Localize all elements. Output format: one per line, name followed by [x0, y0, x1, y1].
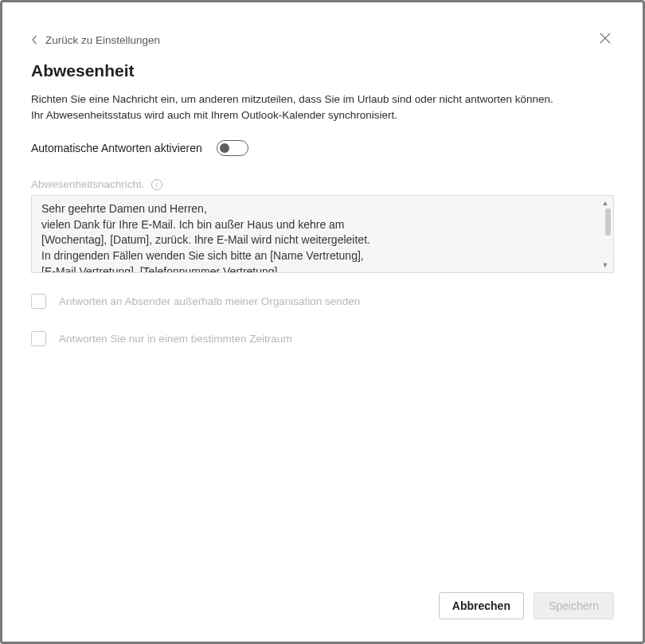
- auto-reply-toggle-row: Automatische Antworten aktivieren: [31, 140, 614, 156]
- top-row: Zurück zu Einstellungen: [31, 29, 614, 50]
- back-to-settings-link[interactable]: Zurück zu Einstellungen: [31, 34, 160, 46]
- time-period-checkbox-row: Antworten Sie nur in einem bestimmten Ze…: [31, 331, 614, 346]
- time-period-label: Antworten Sie nur in einem bestimmten Ze…: [59, 333, 292, 345]
- save-button[interactable]: Speichern: [534, 592, 614, 619]
- auto-reply-toggle-label: Automatische Antworten aktivieren: [31, 142, 202, 154]
- cancel-button[interactable]: Abbrechen: [439, 592, 524, 619]
- message-label: Abwesenheitsnachricht.: [31, 178, 145, 190]
- toggle-knob: [220, 143, 229, 153]
- spacer: [31, 369, 614, 592]
- cancel-label: Abbrechen: [452, 599, 510, 612]
- desc-line1: Richten Sie eine Nachricht ein, um ander…: [31, 93, 553, 105]
- away-message-content: Sehr geehrte Damen und Herren, vielen Da…: [32, 196, 613, 272]
- save-label: Speichern: [549, 599, 599, 612]
- close-button[interactable]: [596, 29, 614, 50]
- away-message-textarea[interactable]: Sehr geehrte Damen und Herren, vielen Da…: [31, 195, 614, 273]
- message-label-row: Abwesenheitsnachricht. i: [31, 178, 614, 190]
- desc-line2: Ihr Abwesenheitsstatus wird auch mit Ihr…: [31, 109, 397, 121]
- page-title: Abwesenheit: [31, 61, 614, 80]
- auto-reply-toggle[interactable]: [217, 140, 248, 156]
- button-row: Abbrechen Speichern: [31, 592, 614, 619]
- external-sender-checkbox-row: Antworten an Absender außerhalb meiner O…: [31, 294, 614, 309]
- close-icon: [600, 33, 611, 44]
- external-sender-checkbox[interactable]: [31, 294, 46, 309]
- time-period-checkbox[interactable]: [31, 331, 46, 346]
- page-description: Richten Sie eine Nachricht ein, um ander…: [31, 92, 614, 123]
- out-of-office-settings-modal: Zurück zu Einstellungen Abwesenheit Rich…: [0, 0, 645, 644]
- external-sender-label: Antworten an Absender außerhalb meiner O…: [59, 295, 360, 307]
- scroll-down-arrow[interactable]: ▼: [600, 261, 610, 269]
- info-icon[interactable]: i: [151, 179, 162, 190]
- scroll-up-arrow[interactable]: ▲: [600, 199, 610, 207]
- back-label: Zurück zu Einstellungen: [45, 34, 160, 46]
- chevron-left-icon: [31, 35, 37, 45]
- scroll-thumb[interactable]: [605, 209, 611, 236]
